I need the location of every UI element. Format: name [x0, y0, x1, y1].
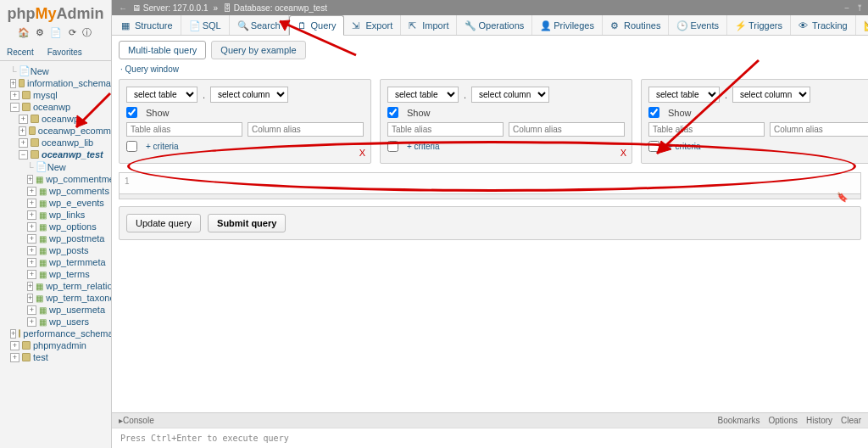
tab-query[interactable]: 🗒Query	[289, 15, 345, 36]
console-bookmarks[interactable]: Bookmarks	[717, 416, 760, 425]
column-alias-input[interactable]	[509, 122, 625, 137]
tree-table[interactable]: +▦wp_users	[0, 316, 111, 328]
tab-triggers[interactable]: ⚡Triggers	[727, 15, 791, 35]
tree-db-selected[interactable]: −oceanwp_test	[0, 148, 111, 160]
tree-db[interactable]: +mysql	[0, 89, 111, 101]
console-options[interactable]: Options	[769, 416, 798, 425]
query-column-box: select table.select column Show + criter…	[380, 79, 632, 164]
remove-column-icon[interactable]: X	[359, 148, 365, 158]
structure-icon: ▦	[121, 20, 131, 31]
tree-table[interactable]: +▦wp_terms	[0, 268, 111, 280]
tree-new-table[interactable]: └📄 New	[0, 160, 111, 173]
tree-db[interactable]: +oceanwp	[0, 113, 111, 125]
tree-table[interactable]: +▦wp_postmeta	[0, 232, 111, 244]
export-icon: ⇲	[352, 20, 362, 31]
show-checkbox[interactable]	[126, 107, 137, 118]
select-table[interactable]: select table	[387, 87, 459, 103]
bolt-icon: ⚡	[735, 20, 745, 31]
criteria-checkbox[interactable]	[648, 141, 659, 152]
tab-search[interactable]: 🔍Search	[230, 15, 289, 35]
gear-icon: ⚙	[610, 20, 620, 31]
db-tree: └📄 New +information_schema +mysql −ocean…	[0, 61, 111, 370]
main-tabs: ▦Structure 📄SQL 🔍Search 🗒Query ⇲Export ⇱…	[112, 15, 868, 36]
tab-export[interactable]: ⇲Export	[344, 15, 401, 35]
tree-db[interactable]: +performance_schema	[0, 328, 111, 339]
breadcrumb-bar: ← 🖥 Server: 127.0.0.1 » 🗄 Database: ocea…	[112, 0, 868, 15]
tree-new[interactable]: └📄 New	[0, 64, 111, 77]
console-clear[interactable]: Clear	[841, 416, 861, 425]
select-table[interactable]: select table	[648, 87, 720, 103]
select-column[interactable]: select column	[732, 87, 810, 103]
criteria-checkbox[interactable]	[126, 141, 137, 152]
console-body[interactable]: Press Ctrl+Enter to execute query	[112, 428, 868, 448]
select-column[interactable]: select column	[471, 87, 549, 103]
tree-table[interactable]: +▦wp_links	[0, 209, 111, 221]
tree-db[interactable]: −oceanwp	[0, 101, 111, 113]
user-icon: 👤	[540, 20, 550, 31]
logo: phpMyAdmin	[0, 0, 111, 25]
query-window-link[interactable]: · Query window	[112, 64, 868, 79]
tab-import[interactable]: ⇱Import	[401, 15, 457, 35]
query-column-box: select table.select column Show + criter…	[641, 79, 868, 164]
minimize-icon[interactable]: −	[844, 3, 849, 13]
tree-db[interactable]: +information_schema	[0, 77, 111, 89]
table-alias-input[interactable]	[387, 122, 504, 137]
tree-table[interactable]: +▦wp_comments	[0, 185, 111, 197]
show-label: Show	[146, 108, 170, 118]
show-checkbox[interactable]	[387, 107, 398, 118]
tree-db[interactable]: +oceanwp_lib	[0, 137, 111, 148]
column-alias-input[interactable]	[770, 122, 868, 137]
table-alias-input[interactable]	[126, 122, 242, 137]
subtab-qbe[interactable]: Query by example	[211, 41, 305, 59]
tab-privileges[interactable]: 👤Privileges	[532, 15, 603, 35]
tree-table[interactable]: +▦wp_termmeta	[0, 256, 111, 268]
up-icon[interactable]: ⤒	[856, 3, 863, 13]
console-history[interactable]: History	[806, 416, 832, 425]
tree-db[interactable]: +oceanwp_ecomm	[0, 125, 111, 137]
select-column[interactable]: select column	[210, 87, 288, 103]
import-icon: ⇱	[409, 20, 419, 31]
bookmark-icon[interactable]: 🔖	[837, 192, 849, 203]
show-label: Show	[407, 108, 431, 118]
tab-structure[interactable]: ▦Structure	[114, 15, 181, 35]
tree-table[interactable]: +▦wp_usermeta	[0, 304, 111, 316]
tree-table[interactable]: +▦wp_term_taxonomy	[0, 292, 111, 304]
quick-icons[interactable]: 🏠 ⚙ 📄 ⟳ ⓘ	[0, 25, 111, 44]
remove-column-icon[interactable]: X	[620, 148, 626, 158]
tree-table[interactable]: +▦wp_commentmeta	[0, 173, 111, 185]
add-criteria-link[interactable]: + criteria	[407, 142, 440, 151]
subtab-multi-table[interactable]: Multi-table query	[119, 41, 206, 59]
tab-operations[interactable]: 🔧Operations	[457, 15, 532, 35]
tab-designer[interactable]: 📐Designer	[856, 15, 868, 35]
search-icon: 🔍	[237, 20, 248, 31]
tab-sql[interactable]: 📄SQL	[181, 15, 230, 35]
sidetab-recent[interactable]: Recent	[0, 44, 41, 60]
tree-db[interactable]: +test	[0, 351, 111, 363]
tree-db[interactable]: +phpmyadmin	[0, 339, 111, 351]
select-table[interactable]: select table	[126, 87, 198, 103]
tree-table[interactable]: +▦wp_term_relationships	[0, 280, 111, 292]
database-crumb[interactable]: 🗄 Database: oceanwp_test	[223, 3, 327, 13]
tree-table[interactable]: +▦wp_posts	[0, 244, 111, 256]
tab-tracking[interactable]: 👁Tracking	[791, 15, 856, 35]
criteria-checkbox[interactable]	[387, 141, 398, 152]
show-label: Show	[668, 108, 692, 118]
tree-table[interactable]: +▦wp_e_events	[0, 197, 111, 209]
query-column-box: select table . select column Show + crit…	[119, 79, 371, 164]
submit-query-button[interactable]: Submit query	[208, 214, 286, 232]
server-crumb[interactable]: 🖥 Server: 127.0.0.1	[132, 3, 209, 13]
update-query-button[interactable]: Update query	[126, 214, 201, 232]
sql-editor[interactable]: 1	[119, 172, 861, 194]
tab-events[interactable]: 🕒Events	[669, 15, 727, 35]
wrench-icon: 🔧	[465, 20, 475, 31]
tree-table[interactable]: +▦wp_options	[0, 221, 111, 232]
column-alias-input[interactable]	[248, 122, 364, 137]
add-criteria-link[interactable]: + criteria	[146, 142, 179, 151]
show-checkbox[interactable]	[648, 107, 659, 118]
tab-routines[interactable]: ⚙Routines	[603, 15, 669, 35]
nav-arrow-icon[interactable]: ←	[119, 3, 127, 13]
add-criteria-link[interactable]: + criteria	[668, 142, 701, 151]
sidetab-favorites[interactable]: Favorites	[41, 44, 89, 60]
console-header[interactable]: ▸ Console Bookmarks Options History Clea…	[112, 412, 868, 428]
table-alias-input[interactable]	[648, 122, 765, 137]
